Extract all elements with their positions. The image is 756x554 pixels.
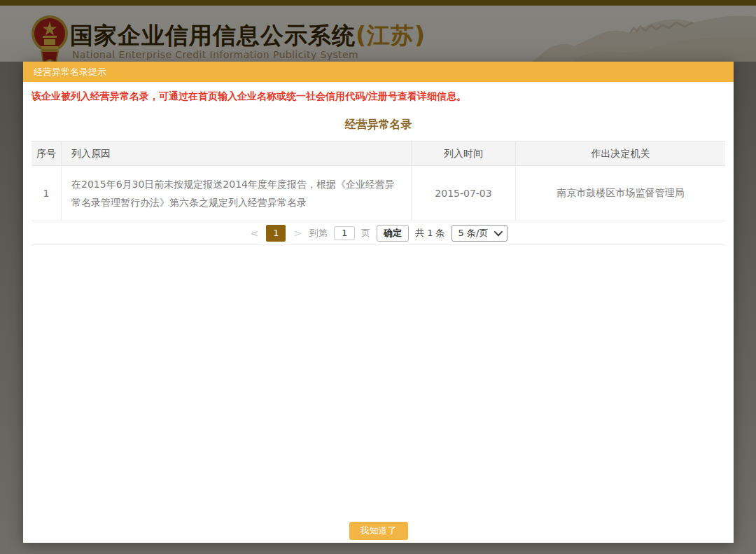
cell-date: 2015-07-03 xyxy=(412,166,516,221)
abnormal-operations-modal: 经营异常名录提示 该企业被列入经营异常名录，可通过在首页输入企业名称或统一社会信… xyxy=(23,62,734,543)
page-size-value: 5 条/页 xyxy=(458,227,489,240)
table-title: 经营异常名录 xyxy=(23,118,734,132)
table-header-row: 序号 列入原因 列入时间 作出决定机关 xyxy=(31,141,725,166)
abnormal-operations-table: 序号 列入原因 列入时间 作出决定机关 1 在2015年6月30日前未按规定报送… xyxy=(31,141,725,245)
col-header-authority: 作出决定机关 xyxy=(516,141,725,165)
col-header-date: 列入时间 xyxy=(412,141,516,165)
goto-page-input[interactable] xyxy=(334,226,355,240)
modal-title: 经营异常名录提示 xyxy=(23,62,734,82)
cell-authority: 南京市鼓楼区市场监督管理局 xyxy=(516,166,725,221)
col-header-reason: 列入原因 xyxy=(62,141,412,165)
page-1-button[interactable]: 1 xyxy=(266,225,286,242)
goto-page-label: 到第 xyxy=(309,227,328,240)
acknowledge-button[interactable]: 我知道了 xyxy=(349,522,408,540)
page-size-select[interactable]: 5 条/页 xyxy=(451,225,508,242)
next-page-icon[interactable]: > xyxy=(292,228,303,239)
prev-page-icon[interactable]: < xyxy=(249,228,260,239)
cell-reason: 在2015年6月30日前未按规定报送2014年度年度报告，根据《企业经营异常名录… xyxy=(62,166,412,221)
chevron-down-icon xyxy=(494,228,503,237)
warning-text: 该企业被列入经营异常名录，可通过在首页输入企业名称或统一社会信用代码/注册号查看… xyxy=(31,90,725,103)
goto-confirm-button[interactable]: 确定 xyxy=(377,225,409,242)
table-row: 1 在2015年6月30日前未按规定报送2014年度年度报告，根据《企业经营异常… xyxy=(31,166,725,221)
total-count-label: 共 1 条 xyxy=(415,227,445,240)
page-unit-label: 页 xyxy=(361,227,370,240)
col-header-index: 序号 xyxy=(31,141,62,165)
cell-index: 1 xyxy=(31,166,62,221)
pagination-bar: < 1 > 到第 页 确定 共 1 条 5 条/页 xyxy=(31,221,725,245)
